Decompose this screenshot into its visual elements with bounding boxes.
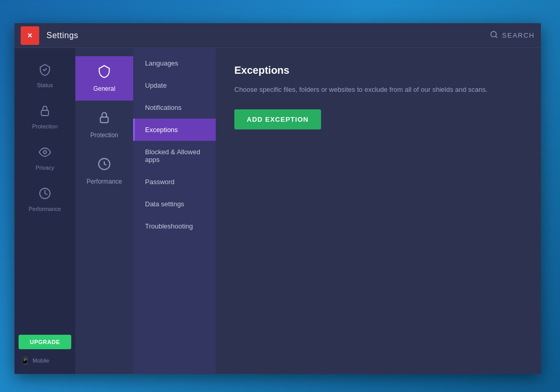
- menu-item-troubleshooting[interactable]: Troubleshooting: [133, 215, 216, 237]
- category-performance[interactable]: Performance: [75, 149, 133, 193]
- performance-category-icon: [98, 157, 111, 174]
- menu-item-notifications[interactable]: Notifications: [133, 96, 216, 119]
- mobile-icon: 📱: [21, 356, 29, 365]
- close-button[interactable]: ×: [21, 26, 39, 45]
- title-bar: × Settings SEARCH: [14, 23, 541, 48]
- status-icon: [39, 63, 51, 79]
- search-area[interactable]: SEARCH: [490, 30, 535, 41]
- app-window: × Settings SEARCH Statu: [14, 23, 541, 374]
- sidebar-item-status[interactable]: Status: [14, 56, 75, 95]
- sidebar-item-performance[interactable]: Performance: [14, 180, 75, 219]
- performance-category-label: Performance: [87, 178, 122, 185]
- menu-item-data-settings[interactable]: Data settings: [133, 193, 216, 215]
- svg-rect-5: [100, 117, 108, 123]
- menu-item-blocked-allowed[interactable]: Blocked & Allowed apps: [133, 141, 216, 171]
- protection-category-label: Protection: [90, 132, 118, 139]
- category-protection[interactable]: Protection: [75, 103, 133, 147]
- sidebar-item-privacy-label: Privacy: [36, 165, 54, 171]
- menu-item-password[interactable]: Password: [133, 171, 216, 193]
- menu-item-update[interactable]: Update: [133, 74, 216, 96]
- left-sidebar: Status Protection Priv: [14, 48, 75, 374]
- sidebar-item-performance-label: Performance: [29, 206, 61, 212]
- sidebar-item-protection[interactable]: Protection: [14, 97, 75, 137]
- search-label: SEARCH: [502, 31, 535, 39]
- protection-category-icon: [98, 111, 111, 127]
- mobile-item[interactable]: 📱 Mobile: [19, 353, 71, 368]
- svg-line-8: [104, 164, 106, 165]
- window-title: Settings: [46, 31, 490, 40]
- svg-line-1: [495, 36, 497, 38]
- sidebar-item-privacy[interactable]: Privacy: [14, 139, 75, 178]
- protection-nav-icon: [39, 105, 51, 120]
- sidebar-item-status-label: Status: [37, 82, 53, 88]
- svg-rect-2: [41, 110, 49, 116]
- main-panel: Exceptions Choose specific files, folder…: [216, 48, 541, 374]
- general-category-label: General: [93, 85, 116, 92]
- panel-title: Exceptions: [234, 64, 522, 76]
- category-sidebar: General Protection: [75, 48, 133, 374]
- menu-item-exceptions[interactable]: Exceptions: [133, 119, 216, 141]
- category-general[interactable]: General: [75, 56, 133, 101]
- menu-item-languages[interactable]: Languages: [133, 52, 216, 74]
- privacy-nav-icon: [39, 146, 51, 161]
- menu-sidebar: Languages Update Notifications Exception…: [133, 48, 216, 374]
- mobile-label: Mobile: [33, 357, 49, 364]
- general-category-icon: [98, 64, 111, 81]
- upgrade-button[interactable]: UPGRADE: [19, 335, 71, 349]
- nav-bottom: UPGRADE 📱 Mobile: [14, 329, 75, 374]
- add-exception-button[interactable]: ADD EXCEPTION: [234, 109, 321, 129]
- search-icon: [490, 30, 498, 41]
- svg-point-3: [43, 151, 46, 154]
- performance-nav-icon: [39, 187, 51, 203]
- panel-description: Choose specific files, folders or websit…: [234, 85, 522, 95]
- sidebar-item-protection-label: Protection: [32, 123, 58, 129]
- main-content: Status Protection Priv: [14, 48, 541, 374]
